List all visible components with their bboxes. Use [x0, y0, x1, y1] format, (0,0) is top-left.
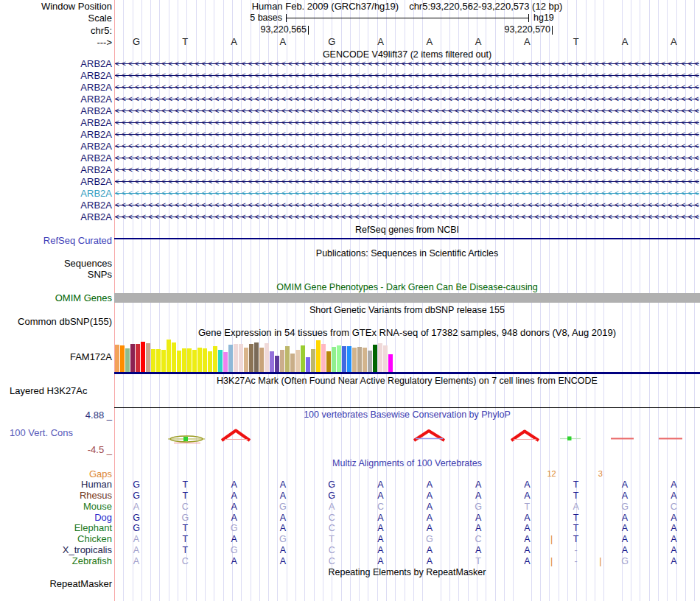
gene-row-label[interactable]: ARB2A — [0, 117, 112, 128]
species-label[interactable]: Mouse — [0, 501, 112, 512]
gtex-tissue-bar[interactable] — [249, 344, 253, 372]
gtex-tissue-bar[interactable] — [228, 345, 233, 372]
refseq-curated-label[interactable]: RefSeq Curated — [0, 235, 112, 246]
gtex-tissue-bar[interactable] — [363, 348, 367, 372]
gaps-row-label[interactable]: Gaps — [0, 468, 112, 479]
gtex-tissue-bar[interactable] — [352, 348, 357, 372]
gtex-tissue-bar[interactable] — [254, 342, 259, 372]
gene-row-line[interactable]: <<<<<<<<<<<<<<<<<<<<<<<<<<<<<<<<<<<<<<<<… — [115, 105, 699, 117]
gtex-tissue-bar[interactable] — [120, 345, 125, 372]
gtex-tissue-bar[interactable] — [239, 344, 243, 372]
gtex-tissue-bar[interactable] — [326, 351, 331, 372]
gtex-tissue-bar[interactable] — [130, 344, 135, 372]
refseq-curated-item-line[interactable] — [114, 238, 700, 239]
gene-row-label[interactable]: ARB2A — [0, 82, 112, 93]
gtex-tissue-bar[interactable] — [161, 350, 166, 372]
gtex-tissue-bar[interactable] — [383, 345, 388, 372]
gtex-tissue-bar[interactable] — [244, 348, 248, 372]
gene-row-label[interactable]: ARB2A — [0, 58, 112, 69]
gtex-tissue-bar[interactable] — [151, 349, 155, 372]
gtex-tissue-bar[interactable] — [357, 347, 362, 372]
gene-row-line[interactable]: <<<<<<<<<<<<<<<<<<<<<<<<<<<<<<<<<<<<<<<<… — [115, 200, 699, 211]
gene-row-label[interactable]: ARB2A — [0, 105, 112, 116]
gene-row-line[interactable]: <<<<<<<<<<<<<<<<<<<<<<<<<<<<<<<<<<<<<<<<… — [115, 211, 699, 223]
gene-row-label[interactable]: ARB2A — [0, 176, 112, 187]
gtex-tissue-bar[interactable] — [280, 350, 284, 372]
gtex-tissue-bar[interactable] — [275, 356, 279, 372]
gene-row-label[interactable]: ARB2A — [0, 129, 112, 140]
repeatmasker-label[interactable]: RepeatMasker — [0, 578, 112, 589]
gtex-tissue-bar[interactable] — [208, 351, 212, 372]
gene-row-label[interactable]: ARB2A — [0, 164, 112, 175]
gtex-tissue-bar[interactable] — [182, 348, 186, 372]
gtex-tissue-bar[interactable] — [136, 344, 140, 372]
gtex-tissue-bar[interactable] — [259, 348, 264, 372]
gene-row-label[interactable]: ARB2A — [0, 211, 112, 222]
gtex-tissue-bar[interactable] — [177, 351, 181, 372]
gene-row-label[interactable]: ARB2A — [0, 70, 112, 81]
gene-row-line[interactable]: <<<<<<<<<<<<<<<<<<<<<<<<<<<<<<<<<<<<<<<<… — [115, 58, 699, 70]
common-dbsnp-label[interactable]: Common dbSNP(155) — [0, 316, 112, 327]
gtex-tissue-bar[interactable] — [368, 351, 372, 372]
species-label[interactable]: Chicken — [0, 533, 112, 544]
gtex-tissue-bar[interactable] — [146, 343, 150, 372]
conservation-track-label[interactable]: 100 Vert. Cons — [10, 427, 73, 438]
gtex-tissue-bar[interactable] — [290, 354, 295, 372]
species-label[interactable]: Zebrafish — [0, 555, 112, 566]
omim-genes-label[interactable]: OMIM Genes — [0, 292, 112, 303]
gtex-tissue-bar[interactable] — [321, 344, 326, 372]
gene-row-line[interactable]: <<<<<<<<<<<<<<<<<<<<<<<<<<<<<<<<<<<<<<<<… — [115, 176, 699, 188]
gtex-tissue-bar[interactable] — [342, 346, 346, 372]
layered-h3k27ac-label[interactable]: Layered H3K27Ac — [10, 385, 88, 396]
gtex-tissue-bar[interactable] — [197, 348, 202, 372]
gtex-tissue-bar[interactable] — [172, 342, 176, 372]
gtex-tissue-bar[interactable] — [167, 340, 171, 372]
snps-label[interactable]: SNPs — [0, 269, 112, 280]
gene-row-label[interactable]: ARB2A — [0, 141, 112, 152]
gtex-tissue-bar[interactable] — [373, 345, 377, 372]
gtex-tissue-bar[interactable] — [125, 348, 130, 372]
gtex-tissue-bar[interactable] — [270, 351, 274, 372]
species-label[interactable]: Human — [0, 479, 112, 490]
gene-row-line[interactable]: <<<<<<<<<<<<<<<<<<<<<<<<<<<<<<<<<<<<<<<<… — [115, 141, 699, 152]
gene-row-line[interactable]: <<<<<<<<<<<<<<<<<<<<<<<<<<<<<<<<<<<<<<<<… — [115, 82, 699, 94]
conservation-wiggle[interactable] — [114, 423, 700, 453]
species-label[interactable]: Elephant — [0, 522, 112, 533]
gene-row-line[interactable]: <<<<<<<<<<<<<<<<<<<<<<<<<<<<<<<<<<<<<<<<… — [115, 117, 699, 129]
gene-row-line[interactable]: <<<<<<<<<<<<<<<<<<<<<<<<<<<<<<<<<<<<<<<<… — [115, 152, 699, 164]
gtex-tissue-bar[interactable] — [388, 354, 393, 372]
gene-row-label[interactable]: ARB2A — [0, 152, 112, 164]
gene-row-line[interactable]: <<<<<<<<<<<<<<<<<<<<<<<<<<<<<<<<<<<<<<<<… — [115, 70, 699, 82]
gtex-tissue-bar[interactable] — [218, 350, 223, 372]
gtex-tissue-bar[interactable] — [347, 346, 351, 372]
gtex-gene-label[interactable]: FAM172A — [0, 351, 112, 362]
gtex-tissue-bar[interactable] — [295, 350, 300, 372]
gtex-tissue-bar[interactable] — [234, 344, 238, 372]
gtex-tissue-bar[interactable] — [192, 350, 197, 372]
species-label[interactable]: Rhesus — [0, 490, 112, 501]
gtex-tissue-bar[interactable] — [156, 349, 161, 372]
gtex-tissue-bar[interactable] — [265, 343, 269, 372]
gene-row-line[interactable]: <<<<<<<<<<<<<<<<<<<<<<<<<<<<<<<<<<<<<<<<… — [115, 188, 699, 200]
species-label[interactable]: Dog — [0, 512, 112, 523]
gtex-tissue-bar[interactable] — [337, 345, 341, 372]
gtex-tissue-bar[interactable] — [115, 345, 119, 372]
gtex-tissue-bar[interactable] — [285, 346, 290, 372]
sequences-label[interactable]: Sequences — [0, 258, 112, 269]
gtex-tissue-bar[interactable] — [203, 348, 207, 372]
species-label[interactable]: X_tropicalis — [0, 544, 112, 555]
gtex-tissue-bar[interactable] — [187, 348, 192, 372]
gtex-tissue-bar[interactable] — [316, 340, 321, 372]
omim-genes-bar[interactable] — [114, 293, 700, 303]
gene-row-line[interactable]: <<<<<<<<<<<<<<<<<<<<<<<<<<<<<<<<<<<<<<<<… — [115, 164, 699, 176]
gene-row-label[interactable]: ARB2A — [0, 94, 112, 105]
gtex-tissue-bar[interactable] — [311, 349, 315, 372]
gene-row-label[interactable]: ARB2A — [0, 200, 112, 211]
gtex-tissue-bar[interactable] — [306, 357, 310, 372]
gene-row-line[interactable]: <<<<<<<<<<<<<<<<<<<<<<<<<<<<<<<<<<<<<<<<… — [115, 94, 699, 105]
gtex-tissue-bar[interactable] — [223, 352, 228, 372]
gtex-tissue-bar[interactable] — [332, 347, 336, 372]
gene-row-line[interactable]: <<<<<<<<<<<<<<<<<<<<<<<<<<<<<<<<<<<<<<<<… — [115, 129, 699, 141]
gtex-tissue-bar[interactable] — [378, 343, 382, 372]
gtex-tissue-bar[interactable] — [141, 342, 145, 372]
